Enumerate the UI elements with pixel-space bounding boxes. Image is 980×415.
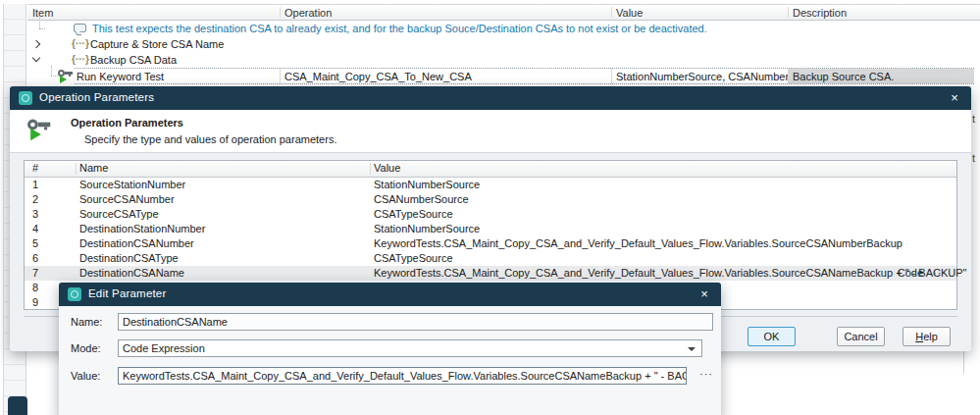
ellipsis-button[interactable]: ··· (933, 266, 947, 281)
col-value[interactable]: Value (374, 162, 400, 174)
group-row-backup-csa-data[interactable]: {···} Backup CSA Data (27, 52, 980, 68)
keyword-table-header: Item Operation Value Description (27, 4, 980, 21)
column-divider (370, 163, 371, 175)
dialog-title: Edit Parameter (88, 287, 167, 299)
browse-ellipsis-button[interactable]: ··· (695, 367, 718, 385)
param-row-7-selected[interactable]: 7 DestinationCSAName KeywordTests.CSA_Ma… (25, 266, 956, 281)
group-label: Backup CSA Data (90, 52, 177, 68)
background-window-corner (8, 396, 27, 415)
column-divider (788, 7, 789, 18)
edit-parameter-dialog: Edit Parameter × Name: DestinationCSANam… (59, 283, 721, 415)
col-description[interactable]: Description (793, 7, 847, 19)
group-icon: {···} (72, 36, 89, 52)
dialog-titlebar[interactable]: Operation Parameters × (10, 86, 971, 110)
dialog-titlebar[interactable]: Edit Parameter × (59, 283, 721, 306)
code-mode-tag: Code (898, 266, 923, 281)
dialog-header-band: Operation Parameters Specify the type an… (10, 110, 971, 153)
param-row-1[interactable]: 1 SourceStationNumber StationNumberSourc… (25, 178, 956, 192)
value-label: Value: (71, 370, 100, 382)
column-divider (611, 7, 612, 18)
name-field[interactable]: DestinationCSAName (118, 313, 713, 331)
group-label: Capture & Store CSA Name (90, 36, 224, 52)
comment-icon (74, 24, 86, 32)
close-icon[interactable]: × (944, 88, 965, 108)
param-row-5[interactable]: 5 DestinationCSANumber KeywordTests.CSA_… (25, 236, 956, 251)
clipped-background-text: t (972, 113, 975, 125)
play-icon (30, 129, 41, 140)
keyword-operation-icon (27, 118, 52, 139)
comment-text: This test expects the destination CSA to… (92, 21, 707, 36)
ok-button[interactable]: OK (748, 327, 796, 346)
cancel-button[interactable]: Cancel (837, 327, 885, 346)
col-name[interactable]: Name (79, 162, 108, 174)
testcomplete-screen: Item Operation Value Description This te… (0, 0, 980, 415)
tree-guide (39, 18, 40, 28)
col-number[interactable]: # (32, 162, 38, 174)
mode-dropdown[interactable]: Code Expression (118, 339, 702, 357)
run-keyword-test-row[interactable]: Run Keyword Test CSA_Maint_Copy_CSA_To_N… (75, 68, 974, 84)
dialog-title: Operation Parameters (39, 91, 154, 103)
col-item[interactable]: Item (32, 7, 53, 19)
cell-divider (611, 69, 612, 83)
name-label: Name: (71, 316, 102, 328)
description-cell[interactable]: Backup Source CSA. (788, 69, 974, 83)
value-field[interactable]: KeywordTests.CSA_Maint_Copy_CSA_and_Veri… (118, 367, 687, 385)
collapse-icon[interactable] (32, 54, 40, 62)
clipped-background-text: t (972, 152, 975, 164)
run-keyword-test-icon (58, 69, 74, 82)
chevron-down-icon (688, 347, 696, 351)
background-divider (963, 351, 964, 373)
group-row-capture-store-csa-name[interactable]: {···} Capture & Store CSA Name (27, 36, 980, 52)
param-row-3[interactable]: 3 SourceCSAType CSATypeSource (25, 207, 956, 222)
group-icon: {···} (72, 52, 89, 68)
operation-cell[interactable]: CSA_Maint_Copy_CSA_To_New_CSA (284, 69, 472, 84)
testcomplete-dialog-icon (19, 91, 32, 105)
dialog-heading: Operation Parameters (71, 117, 183, 129)
close-icon[interactable]: × (694, 285, 715, 304)
item-cell[interactable]: Run Keyword Test (77, 69, 164, 84)
help-button[interactable]: Help (903, 327, 951, 346)
col-value[interactable]: Value (616, 7, 643, 19)
testcomplete-dialog-icon (68, 287, 81, 301)
dialog-subtitle: Specify the type and values of operation… (84, 133, 336, 145)
comment-row[interactable]: This test expects the destination CSA to… (27, 21, 980, 36)
param-row-4[interactable]: 4 DestinationStationNumber StationNumber… (25, 222, 956, 236)
column-divider (280, 7, 281, 18)
parameters-table-header: # Name Value (25, 161, 956, 178)
param-row-2[interactable]: 2 SourceCSANumber CSANumberSource (25, 192, 956, 207)
col-operation[interactable]: Operation (284, 7, 332, 19)
column-divider (76, 163, 77, 175)
tree-guide (39, 28, 45, 29)
play-icon (60, 76, 67, 83)
expand-icon[interactable] (32, 40, 40, 48)
cell-divider (280, 69, 281, 83)
mode-label: Mode: (71, 342, 101, 354)
tree-guide (51, 76, 58, 77)
param-row-6[interactable]: 6 DestinationCSAType CSATypeSource (25, 251, 956, 266)
